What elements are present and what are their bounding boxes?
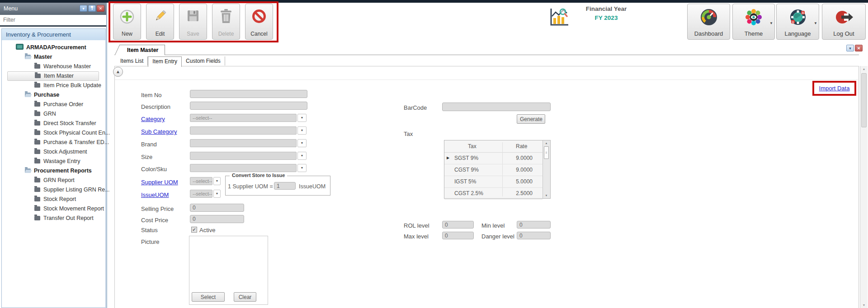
tree-item-purchase-order[interactable]: Purchase Order (2, 100, 105, 109)
chevron-down-icon[interactable]: ▼ (213, 177, 221, 185)
delete-button[interactable]: Delete (212, 4, 240, 40)
category-link[interactable]: Category (141, 116, 165, 122)
scroll-down-icon[interactable]: ▼ (543, 194, 550, 197)
color-gear-icon (744, 8, 763, 28)
folder-icon (34, 197, 40, 201)
tree-item-stock-movement-report[interactable]: Stock Movement Report (2, 204, 105, 214)
cost-price-label: Cost Price (141, 217, 168, 224)
cancel-button[interactable]: Cancel (245, 4, 273, 40)
scroll-down-icon[interactable]: ▼ (860, 303, 868, 307)
pencil-icon (152, 9, 168, 26)
open-folder-icon (25, 93, 31, 97)
page-scrollbar[interactable]: ▲ ▼ (860, 66, 868, 308)
tree-item-armada-procurement[interactable]: ARMADAProcurement (2, 43, 105, 52)
chevron-down-icon[interactable]: ▼ (297, 114, 307, 122)
scroll-up-icon[interactable]: ▲ (543, 142, 550, 145)
tree-item-grn-report[interactable]: GRN Report (2, 176, 105, 185)
language-button[interactable]: Aa Language ▼ (776, 4, 819, 40)
scrollbar-thumb[interactable] (861, 73, 867, 127)
tab-item-entry[interactable]: Item Entry (148, 56, 182, 67)
save-button[interactable]: Save (179, 4, 207, 40)
financial-year-value: FY 2023 (577, 14, 636, 21)
sub-category-link[interactable]: Sub Category (141, 128, 177, 135)
picture-clear-button[interactable]: Clear (234, 292, 256, 302)
import-data-link[interactable]: Import Data (819, 85, 850, 92)
convert-group-title: Convert Store to Issue (230, 173, 287, 178)
close-icon[interactable]: ✕ (97, 5, 104, 12)
tree-item-supplier-listing-grn-report[interactable]: Supplier Listing GRN Re... (2, 185, 105, 195)
chevron-down-icon[interactable]: ▼ (769, 21, 773, 25)
tree-group-procurement-reports[interactable]: Procurement Reports (2, 166, 105, 176)
tree-item-item-price-bulk-update[interactable]: Item Price Bulk Update (2, 81, 105, 90)
tax-grid-scrollbar[interactable]: ▲ ≡ ▼ (542, 140, 550, 198)
open-folder-icon (25, 55, 31, 59)
tree-item-warehouse-master[interactable]: Warehouse Master (2, 62, 105, 71)
issue-uom-link[interactable]: IssueUOM (141, 191, 169, 198)
tree-group-purchase[interactable]: Purchase (2, 90, 105, 100)
tree-group-master[interactable]: Master (2, 52, 105, 62)
chevron-down-icon[interactable]: ▼ (213, 190, 221, 198)
folder-icon (34, 159, 40, 163)
gauge-icon (699, 8, 718, 28)
generate-button[interactable]: Generate (517, 114, 545, 124)
module-icon (16, 44, 24, 50)
tree-item-stock-report[interactable]: Stock Report (2, 195, 105, 204)
scroll-up-icon[interactable]: ▲ (860, 67, 868, 70)
rate-column-header: Rate (516, 143, 527, 149)
tree-item-purchase-transfer-edi[interactable]: Purchase & Transfer ED... (2, 138, 105, 147)
chevron-down-icon[interactable]: ▼ (297, 126, 307, 135)
trash-icon (219, 9, 233, 26)
edit-button[interactable]: Edit (146, 4, 174, 40)
chevron-down-icon[interactable]: ▾ (80, 5, 87, 12)
import-data-highlight-rectangle: Import Data (812, 81, 856, 96)
pin-icon[interactable] (88, 5, 96, 12)
issue-uom-dropdown: --select--▼ (190, 190, 221, 198)
convert-factor-input (274, 182, 296, 190)
tab-item-master[interactable]: Item Master (120, 45, 165, 55)
status-label: Status (141, 227, 158, 233)
tab-list-chevron-icon[interactable]: ▾ (846, 45, 854, 51)
sidebar-section-header[interactable]: Inventory & Procurement (1, 28, 106, 41)
svg-text:a: a (792, 20, 794, 23)
tree-item-stock-physical-count[interactable]: Stock Physical Count En... (2, 128, 105, 138)
log-out-button[interactable]: Log Out (822, 4, 866, 40)
chevron-down-icon[interactable]: ▼ (814, 21, 817, 25)
chevron-down-icon[interactable]: ▼ (297, 152, 307, 160)
chevron-down-icon[interactable]: ▼ (297, 164, 307, 172)
folder-icon (34, 121, 40, 126)
tax-row-cgst9[interactable]: CGST 9% 9.0000 (444, 164, 542, 176)
tax-row-cgst25[interactable]: CGST 2.5% 2.5000 (444, 187, 542, 200)
theme-button[interactable]: Theme ▼ (732, 4, 775, 40)
financial-year-label: Financial Year (577, 5, 636, 12)
tab-custom-fields[interactable]: Custom Fields (182, 56, 225, 65)
picture-select-button[interactable]: Select (192, 292, 225, 302)
collapse-panel-button[interactable]: ▲ (113, 67, 123, 77)
tax-row-igst5[interactable]: IGST 5% 5.0000 (444, 176, 542, 188)
tax-label: Tax (404, 131, 413, 137)
logout-arrow-icon (834, 8, 854, 28)
folder-icon (34, 140, 40, 145)
size-label: Size (141, 154, 152, 160)
subtab-strip: Items ListItem EntryCustom Fields (116, 56, 225, 66)
cost-price-input (190, 215, 244, 223)
folder-icon (34, 149, 40, 154)
tree-item-item-master[interactable]: Item Master (7, 71, 99, 81)
supplier-uom-link[interactable]: Supplier UOM (141, 179, 178, 186)
filter-input[interactable] (0, 15, 106, 25)
danger-level-input (517, 232, 551, 239)
row-pointer-icon: ▶ (447, 156, 449, 160)
tree-item-grn[interactable]: GRN (2, 109, 105, 119)
tab-close-icon[interactable]: ✕ (855, 45, 863, 51)
scrollbar-thumb[interactable]: ≡ (544, 146, 549, 159)
new-button[interactable]: New (113, 4, 141, 40)
tax-row-sgst9[interactable]: ▶ SGST 9% 9.0000 (444, 152, 542, 164)
chevron-down-icon[interactable]: ▼ (297, 139, 307, 147)
tree-item-wastage-entry[interactable]: Wastage Entry (2, 157, 105, 166)
dashboard-button[interactable]: Dashboard (687, 4, 730, 40)
tree-item-transfer-out-report[interactable]: Transfer Out Report (2, 214, 105, 223)
tab-items-list[interactable]: Items List (116, 56, 148, 65)
color-sku-dropdown: ▼ (190, 164, 307, 172)
tree-item-direct-stock-transfer[interactable]: Direct Stock Transfer (2, 119, 105, 128)
tree-item-stock-adjustment[interactable]: Stock Adjustment (2, 147, 105, 157)
folder-icon (34, 216, 40, 220)
